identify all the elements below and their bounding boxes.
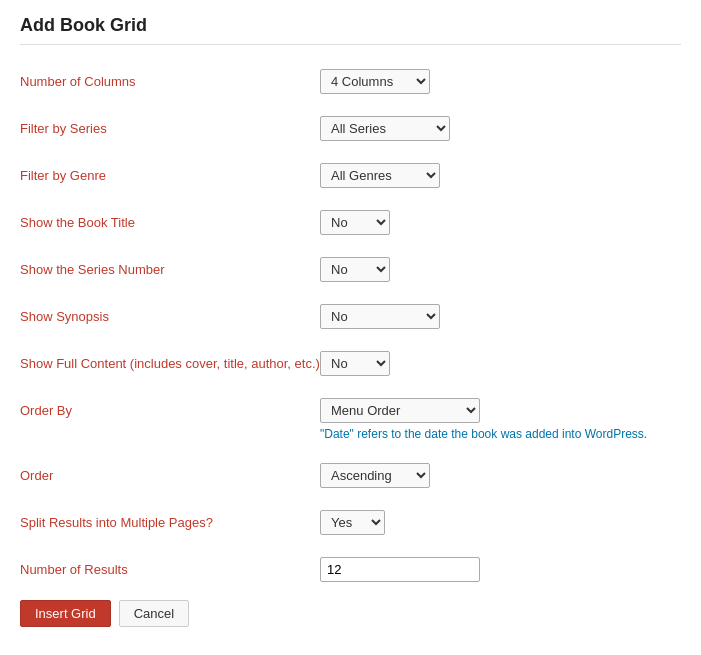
row-filter-genre: Filter by Genre All Genres — [20, 159, 681, 188]
select-show-series-number[interactable]: No Yes — [320, 257, 390, 282]
button-row: Insert Grid Cancel — [20, 600, 681, 627]
label-filter-genre: Filter by Genre — [20, 163, 320, 185]
select-order-by[interactable]: Menu Order Title Date Author — [320, 398, 480, 423]
row-order-by: Order By Menu Order Title Date Author "D… — [20, 394, 681, 441]
label-show-synopsis: Show Synopsis — [20, 304, 320, 326]
select-split-pages[interactable]: Yes No — [320, 510, 385, 535]
select-filter-genre[interactable]: All Genres — [320, 163, 440, 188]
select-filter-series[interactable]: All Series — [320, 116, 450, 141]
control-filter-series: All Series — [320, 116, 681, 141]
select-show-full-content[interactable]: No Yes — [320, 351, 390, 376]
row-show-series-number: Show the Series Number No Yes — [20, 253, 681, 282]
control-show-full-content: No Yes — [320, 351, 681, 376]
select-show-synopsis[interactable]: No Yes — [320, 304, 440, 329]
input-num-results[interactable] — [320, 557, 480, 582]
label-split-pages: Split Results into Multiple Pages? — [20, 510, 320, 532]
control-show-synopsis: No Yes — [320, 304, 681, 329]
page-title: Add Book Grid — [20, 15, 681, 45]
control-order-by: Menu Order Title Date Author "Date" refe… — [320, 398, 681, 441]
control-show-series-number: No Yes — [320, 257, 681, 282]
control-filter-genre: All Genres — [320, 163, 681, 188]
label-filter-series: Filter by Series — [20, 116, 320, 138]
order-by-note: "Date" refers to the date the book was a… — [320, 427, 681, 441]
select-num-columns[interactable]: 1 Column 2 Columns 3 Columns 4 Columns 5… — [320, 69, 430, 94]
row-split-pages: Split Results into Multiple Pages? Yes N… — [20, 506, 681, 535]
label-num-columns: Number of Columns — [20, 69, 320, 91]
select-order[interactable]: Ascending Descending — [320, 463, 430, 488]
select-show-title[interactable]: No Yes — [320, 210, 390, 235]
row-show-synopsis: Show Synopsis No Yes — [20, 300, 681, 329]
label-order-by: Order By — [20, 398, 320, 420]
control-num-results — [320, 557, 681, 582]
control-num-columns: 1 Column 2 Columns 3 Columns 4 Columns 5… — [320, 69, 681, 94]
label-num-results: Number of Results — [20, 557, 320, 579]
label-show-full-content: Show Full Content (includes cover, title… — [20, 351, 320, 373]
insert-grid-button[interactable]: Insert Grid — [20, 600, 111, 627]
label-order: Order — [20, 463, 320, 485]
control-split-pages: Yes No — [320, 510, 681, 535]
control-show-title: No Yes — [320, 210, 681, 235]
control-order: Ascending Descending — [320, 463, 681, 488]
label-show-series-number: Show the Series Number — [20, 257, 320, 279]
row-num-results: Number of Results — [20, 553, 681, 582]
row-show-title: Show the Book Title No Yes — [20, 206, 681, 235]
row-order: Order Ascending Descending — [20, 459, 681, 488]
row-num-columns: Number of Columns 1 Column 2 Columns 3 C… — [20, 65, 681, 94]
row-show-full-content: Show Full Content (includes cover, title… — [20, 347, 681, 376]
label-show-title: Show the Book Title — [20, 210, 320, 232]
row-filter-series: Filter by Series All Series — [20, 112, 681, 141]
cancel-button[interactable]: Cancel — [119, 600, 189, 627]
